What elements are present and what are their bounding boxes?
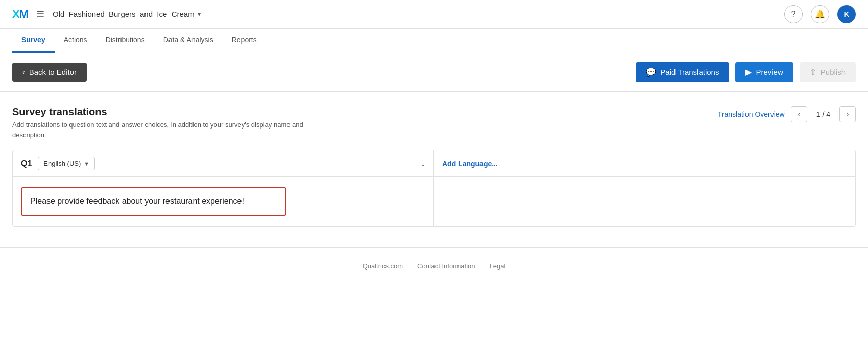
tab-bar: Survey Actions Distributions Data & Anal… bbox=[0, 29, 868, 53]
language-dropdown-arrow-icon: ▼ bbox=[84, 161, 89, 167]
contact-information-link[interactable]: Contact Information bbox=[417, 262, 475, 270]
survey-name-dropdown[interactable]: Old_Fashioned_Burgers_and_Ice_Cream ▾ bbox=[53, 10, 201, 18]
tab-distributions[interactable]: Distributions bbox=[97, 29, 154, 53]
notifications-icon[interactable]: 🔔 bbox=[811, 5, 829, 23]
survey-name-text: Old_Fashioned_Burgers_and_Ice_Cream bbox=[53, 10, 195, 18]
action-bar-right-buttons: 💬 Paid Translations ▶ Preview ⇧ Publish bbox=[636, 62, 856, 82]
question-text-cell: Please provide feedback about your resta… bbox=[13, 177, 434, 226]
table-header-right: Add Language... bbox=[434, 150, 855, 176]
top-bar-right: ? 🔔 K bbox=[784, 5, 856, 23]
survey-translations-title: Survey translations bbox=[12, 106, 319, 118]
tab-survey[interactable]: Survey bbox=[12, 29, 55, 53]
translations-header-left: Survey translations Add translations to … bbox=[12, 106, 319, 140]
paid-translations-label: Paid Translations bbox=[660, 68, 719, 76]
translation-table: Q1 English (US) ▼ ↓ Add Language... Plea… bbox=[12, 150, 856, 227]
table-header: Q1 English (US) ▼ ↓ Add Language... bbox=[13, 150, 855, 177]
action-bar: ‹ Back to Editor 💬 Paid Translations ▶ P… bbox=[0, 53, 868, 92]
download-icon[interactable]: ↓ bbox=[421, 158, 425, 169]
logo-m: M bbox=[19, 8, 28, 21]
paid-trans-icon: 💬 bbox=[646, 67, 656, 77]
translation-text-cell[interactable] bbox=[434, 177, 855, 226]
hamburger-icon[interactable]: ☰ bbox=[36, 9, 44, 20]
tab-actions[interactable]: Actions bbox=[55, 29, 97, 53]
language-dropdown[interactable]: English (US) ▼ bbox=[38, 157, 95, 170]
page-indicator: 1 / 4 bbox=[813, 110, 833, 118]
publish-button: ⇧ Publish bbox=[800, 62, 856, 82]
preview-icon: ▶ bbox=[745, 67, 752, 77]
publish-icon: ⇧ bbox=[810, 67, 816, 77]
current-page: 1 bbox=[816, 110, 821, 118]
language-label: English (US) bbox=[43, 160, 81, 167]
footer: Qualtrics.com Contact Information Legal bbox=[0, 247, 868, 284]
preview-button[interactable]: ▶ Preview bbox=[735, 62, 793, 82]
back-to-editor-label: Back to Editor bbox=[29, 68, 77, 76]
preview-label: Preview bbox=[756, 68, 783, 76]
question-text-box: Please provide feedback about your resta… bbox=[21, 187, 286, 216]
translations-header: Survey translations Add translations to … bbox=[12, 106, 856, 140]
translations-nav: Translation Overview ‹ 1 / 4 › bbox=[718, 106, 856, 122]
translation-overview-link[interactable]: Translation Overview bbox=[718, 110, 785, 118]
tab-reports[interactable]: Reports bbox=[223, 29, 266, 53]
avatar[interactable]: K bbox=[837, 5, 856, 23]
help-icon[interactable]: ? bbox=[784, 5, 803, 23]
paid-translations-button[interactable]: 💬 Paid Translations bbox=[636, 62, 729, 82]
tab-data-analysis[interactable]: Data & Analysis bbox=[154, 29, 223, 53]
prev-page-button[interactable]: ‹ bbox=[791, 106, 807, 122]
legal-link[interactable]: Legal bbox=[490, 262, 506, 270]
table-body: Please provide feedback about your resta… bbox=[13, 177, 855, 226]
qualtrics-link[interactable]: Qualtrics.com bbox=[363, 262, 403, 270]
question-label: Q1 bbox=[21, 159, 32, 168]
survey-translations-description: Add translations to question text and an… bbox=[12, 120, 319, 140]
question-text: Please provide feedback about your resta… bbox=[30, 197, 244, 206]
main-content: Survey translations Add translations to … bbox=[0, 92, 868, 227]
top-bar-left: XM ☰ Old_Fashioned_Burgers_and_Ice_Cream… bbox=[12, 8, 201, 21]
logo-x: X bbox=[12, 8, 19, 21]
next-page-button[interactable]: › bbox=[839, 106, 856, 122]
chevron-down-icon: ▾ bbox=[198, 11, 201, 18]
top-bar: XM ☰ Old_Fashioned_Burgers_and_Ice_Cream… bbox=[0, 0, 868, 29]
publish-label: Publish bbox=[821, 68, 846, 76]
add-language-link[interactable]: Add Language... bbox=[442, 160, 498, 168]
table-header-left: Q1 English (US) ▼ ↓ bbox=[13, 150, 434, 176]
total-pages: 4 bbox=[826, 110, 830, 118]
back-to-editor-button[interactable]: ‹ Back to Editor bbox=[12, 63, 87, 82]
back-arrow-icon: ‹ bbox=[22, 68, 25, 76]
xm-logo[interactable]: XM bbox=[12, 8, 28, 21]
